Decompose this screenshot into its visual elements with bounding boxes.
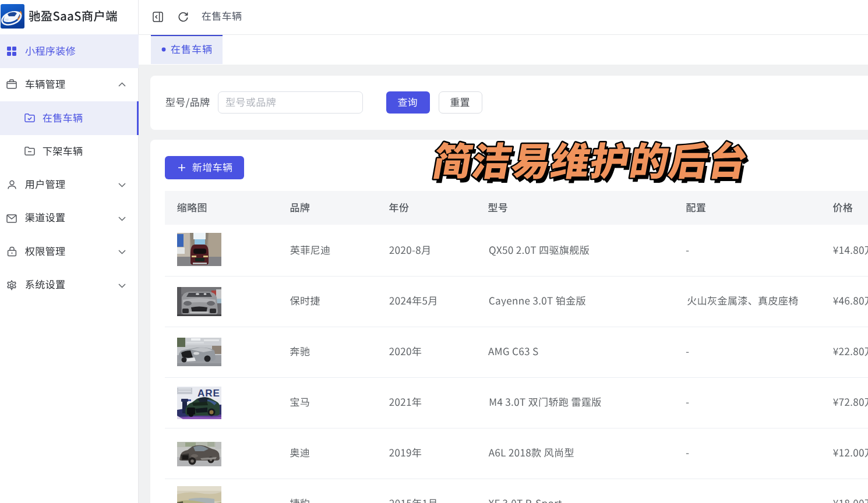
svg-text:ARE: ARE (197, 388, 220, 399)
